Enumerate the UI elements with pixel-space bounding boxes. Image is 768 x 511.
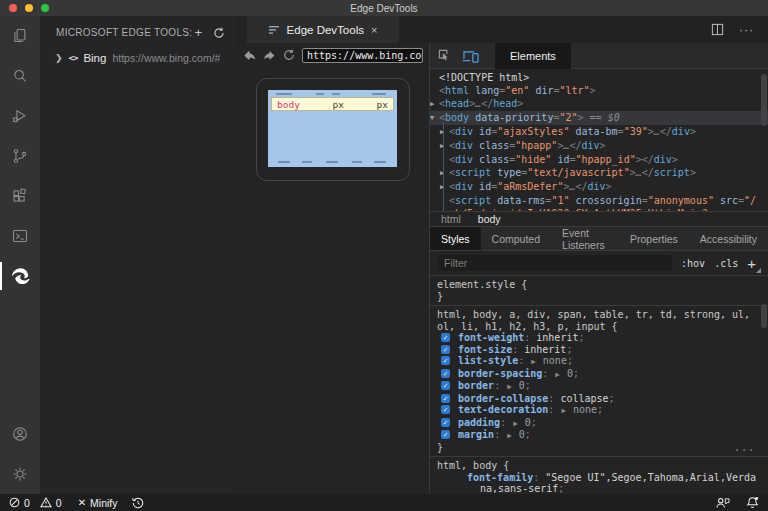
code-brackets-icon: <> <box>69 53 78 63</box>
dom-node[interactable]: <html lang="en" dir="ltr"> <box>430 84 768 97</box>
expand-icon[interactable]: ▶ <box>440 126 449 139</box>
feedback-icon[interactable] <box>716 497 730 509</box>
css-property[interactable]: ✓border-collapse: collapse; <box>437 393 761 405</box>
element-style-section[interactable]: element.style {} <box>430 276 768 306</box>
dom-node[interactable]: ▶<script type="text/javascript">…</scrip… <box>430 166 768 180</box>
expand-value-icon[interactable]: ▶ <box>530 357 537 366</box>
dom-node[interactable]: ▶<div id="ajaxStyles" data-bm="39">…</di… <box>430 125 768 139</box>
activity-bar-item-extensions-icon[interactable] <box>0 176 40 216</box>
expand-value-icon[interactable]: ▶ <box>506 431 513 440</box>
bell-notification-icon[interactable] <box>746 496 759 509</box>
dom-node[interactable]: <script data-rms="1" crossorigin="anonym… <box>430 194 768 211</box>
tab-edge-devtools[interactable]: Edge DevTools × <box>247 16 399 43</box>
dom-node[interactable]: ▶<head>…</head> <box>430 97 768 111</box>
back-icon[interactable] <box>243 50 256 61</box>
expand-value-icon[interactable]: ▶ <box>560 406 567 415</box>
dom-node[interactable]: <!DOCTYPE html> <box>430 71 768 84</box>
more-actions-icon[interactable]: ··· <box>739 23 754 37</box>
activity-bar-item-edge-devtools-icon[interactable] <box>0 256 40 296</box>
new-style-rule-button[interactable]: + <box>747 256 760 271</box>
property-checkbox[interactable]: ✓ <box>441 356 450 365</box>
activity-bar-item-settings-gear-icon[interactable] <box>0 454 40 494</box>
traffic-lights[interactable] <box>9 4 49 12</box>
device-emulation-icon[interactable] <box>462 49 479 63</box>
dom-scrollbar[interactable] <box>761 74 767 126</box>
split-editor-icon[interactable] <box>711 23 724 36</box>
url-input[interactable]: https://www.bing.com/# <box>302 48 423 63</box>
sidebar-item-bing-target[interactable]: ❯ <> Bing https://www.bing.com/# <box>40 52 237 64</box>
css-property[interactable]: ✓list-style: ▶ none; <box>437 355 761 368</box>
css-property[interactable]: ✓border: ▶ 0; <box>437 380 761 393</box>
expand-icon[interactable]: ▶ <box>440 140 449 153</box>
property-checkbox[interactable]: ✓ <box>441 405 450 414</box>
css-property[interactable]: font-family: "Segoe UI",Segoe,Tahoma,Ari… <box>437 472 761 495</box>
activity-bar-item-run-debug-icon[interactable] <box>0 96 40 136</box>
property-checkbox[interactable]: ✓ <box>441 430 450 439</box>
css-property[interactable]: ✓text-decoration: ▶ none; <box>437 404 761 417</box>
chevron-right-icon[interactable]: ❯ <box>55 53 63 63</box>
dom-node[interactable]: ▶<div id="aRmsDefer">…</div> <box>430 180 768 194</box>
property-checkbox[interactable]: ✓ <box>441 418 450 427</box>
dom-node[interactable]: <div class="hide" id="hpapp_id"></div> <box>430 153 768 166</box>
expand-value-icon[interactable]: ▶ <box>506 382 513 391</box>
expand-icon[interactable]: ▶ <box>440 167 449 180</box>
settings-gear-icon <box>11 465 29 483</box>
styles-scrollbar[interactable] <box>761 304 767 328</box>
css-property[interactable]: ✓padding: ▶ 0; <box>437 417 761 430</box>
activity-bar-item-source-control-icon[interactable] <box>0 136 40 176</box>
expand-value-icon[interactable]: ▶ <box>554 370 561 379</box>
dom-node[interactable]: ▶<div class="hpapp">…</div> <box>430 139 768 153</box>
expand-icon[interactable]: ▶ <box>440 181 449 194</box>
activity-bar-item-search-icon[interactable] <box>0 56 40 96</box>
expand-value-icon[interactable]: ▶ <box>512 419 519 428</box>
css-property[interactable]: ✓margin: ▶ 0; <box>437 429 761 442</box>
close-tab-icon[interactable]: × <box>371 24 377 36</box>
new-instance-icon[interactable]: + <box>194 26 202 39</box>
property-checkbox[interactable]: ✓ <box>441 369 450 378</box>
expand-icon[interactable]: ▶ <box>430 98 439 111</box>
activity-bar-item-files-icon[interactable] <box>0 16 40 56</box>
property-checkbox[interactable]: ✓ <box>441 394 450 403</box>
activity-bar-item-account-icon[interactable] <box>0 414 40 454</box>
collapse-icon[interactable]: ▼ <box>430 112 439 125</box>
css-property[interactable]: ✓font-size: inherit; <box>437 344 761 356</box>
close-window-icon[interactable] <box>9 4 17 12</box>
body-highlight-overlay[interactable]: body px px <box>268 90 397 167</box>
property-checkbox[interactable]: ✓ <box>441 345 450 354</box>
inspect-element-icon[interactable] <box>437 48 452 63</box>
refresh-page-icon[interactable] <box>283 49 295 61</box>
css-rule[interactable]: html, body {font-family: "Segoe UI",Sego… <box>430 457 768 494</box>
filter-input[interactable]: Filter <box>438 255 672 271</box>
refresh-targets-icon[interactable] <box>213 27 225 39</box>
element-size-tooltip: body px px <box>271 97 394 111</box>
screencast-canvas[interactable]: body px px <box>237 67 429 494</box>
minimize-window-icon[interactable] <box>25 4 33 12</box>
tab-accessibility[interactable]: Accessibility <box>689 227 768 250</box>
error-count: 0 <box>24 497 30 509</box>
property-checkbox[interactable]: ✓ <box>441 381 450 390</box>
property-checkbox[interactable]: ✓ <box>441 333 450 342</box>
minify-action[interactable]: ✕ Minify <box>78 497 118 509</box>
dom-node[interactable]: ▼<body data-priority="2"> == $0 <box>430 111 768 125</box>
forward-icon[interactable] <box>263 50 276 61</box>
problems-indicator[interactable]: 0 0 <box>9 497 62 509</box>
history-action[interactable] <box>132 497 144 509</box>
css-property[interactable]: ✓font-weight: inherit; <box>437 332 761 344</box>
css-property[interactable]: ✓border-spacing: ▶ 0; <box>437 368 761 381</box>
screencast-toolbar: https://www.bing.com/# <box>237 43 429 67</box>
tab-event-listeners[interactable]: Event Listeners <box>551 227 619 250</box>
tab-computed[interactable]: Computed <box>481 227 551 250</box>
tab-styles[interactable]: Styles <box>430 227 481 250</box>
toggle-hover-state[interactable]: :hov <box>681 258 705 269</box>
breadcrumb-item[interactable]: body <box>478 213 501 225</box>
breadcrumb-item[interactable]: html <box>441 213 461 225</box>
breadcrumb: htmlbody <box>430 211 768 226</box>
toggle-element-classes[interactable]: .cls <box>714 258 738 269</box>
css-rule[interactable]: html, body, a, div, span, table, tr, td,… <box>430 306 768 457</box>
activity-bar-item-terminal-icon[interactable] <box>0 216 40 256</box>
account-icon <box>11 425 29 443</box>
tab-elements[interactable]: Elements <box>495 43 571 69</box>
extensions-icon <box>11 187 29 205</box>
zoom-window-icon[interactable] <box>41 4 49 12</box>
tab-properties[interactable]: Properties <box>619 227 689 250</box>
